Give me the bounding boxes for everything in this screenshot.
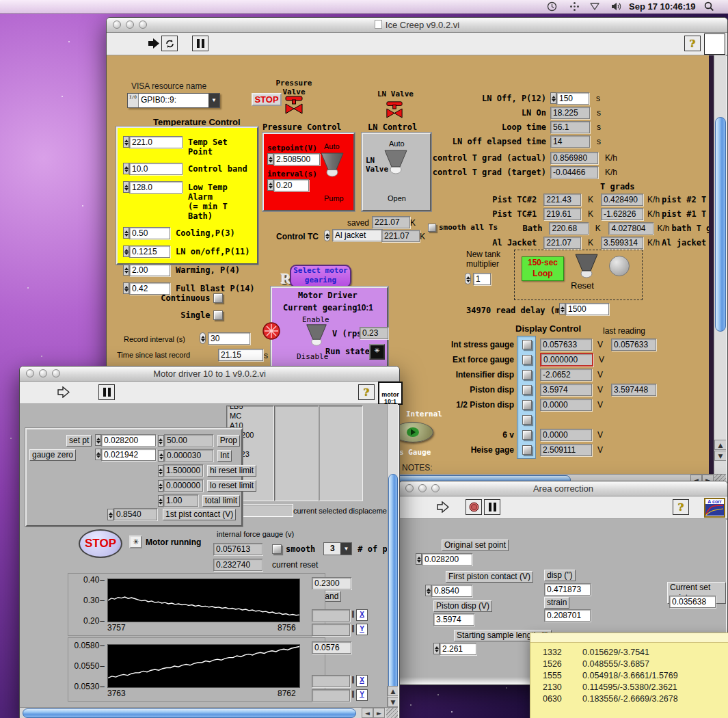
spinner[interactable]: [123, 136, 129, 148]
chevron-down-icon[interactable]: ▼: [340, 543, 351, 555]
spinner[interactable]: [123, 181, 129, 193]
menu-clock[interactable]: Sep 17 10:46:19: [629, 1, 696, 12]
record-interval-spinner[interactable]: [200, 332, 206, 344]
help-button[interactable]: ?: [684, 36, 701, 51]
record-interval-input[interactable]: 30: [208, 332, 250, 345]
graph1-xscale[interactable]: ‖X: [312, 609, 368, 622]
motor-vscrollbar[interactable]: ▲ ▼: [387, 404, 398, 708]
tank-spinner[interactable]: [465, 273, 471, 284]
pressure-valve-icon[interactable]: [283, 95, 305, 117]
pause-button[interactable]: [98, 384, 115, 400]
motor-running-toggle[interactable]: ✳: [129, 535, 142, 548]
spinner[interactable]: [123, 245, 129, 257]
timer-value[interactable]: 150: [556, 92, 589, 105]
help-button[interactable]: ?: [358, 384, 375, 400]
universal-access-icon[interactable]: [569, 1, 580, 12]
spinner[interactable]: [123, 227, 129, 239]
pid-value[interactable]: 0.000000: [163, 479, 203, 492]
smooth-toggle[interactable]: [272, 544, 282, 554]
motor-stop-button[interactable]: STOP: [79, 529, 122, 558]
temp-input[interactable]: 221.0: [129, 136, 183, 148]
abort-button[interactable]: [466, 499, 482, 515]
minimize-button[interactable]: [126, 21, 134, 29]
control-tc-selector[interactable]: Al jacket: [332, 229, 383, 241]
temp-input[interactable]: 0.50: [129, 227, 170, 239]
runstate-button[interactable]: ✳: [369, 344, 385, 360]
vi-icon-placeholder[interactable]: [704, 34, 725, 55]
close-button[interactable]: [26, 369, 34, 377]
sticky-note-titlebar[interactable]: [530, 633, 728, 643]
run-button[interactable]: [57, 386, 70, 401]
scroll-down-arrow[interactable]: ▼: [714, 451, 726, 461]
motor-hscrollbar[interactable]: ◄ ►: [20, 707, 398, 718]
visa-resource-combo[interactable]: I/O GPIB0::9: ▼: [127, 93, 220, 108]
setpoint-input[interactable]: 2.508500: [267, 153, 320, 165]
spotlight-icon[interactable]: [704, 1, 714, 12]
spinner[interactable]: [550, 92, 556, 104]
display-toggle[interactable]: [522, 445, 532, 455]
zoom-button[interactable]: [139, 21, 147, 29]
motor-title-bar[interactable]: Motor driver 10 to 1 v9.0.2.vi: [20, 367, 399, 382]
area-vi-icon[interactable]: A corr: [704, 498, 725, 518]
run-button[interactable]: [148, 38, 160, 52]
window-controls[interactable]: [113, 21, 147, 29]
y-scale-icon[interactable]: Y: [356, 689, 368, 701]
clock-icon[interactable]: [547, 1, 557, 12]
graph1-yscale[interactable]: ‖Y: [312, 624, 368, 636]
x-scale-icon[interactable]: X: [356, 675, 368, 687]
loop-150sec-button[interactable]: 150-sec Loop: [522, 256, 564, 281]
pid-value[interactable]: 0.000030: [164, 449, 213, 462]
y-scale-icon[interactable]: Y: [356, 624, 368, 635]
sticky-note[interactable]: 13320.015629/-3.754115260.048555/-3.6857…: [530, 633, 728, 718]
display-toggle[interactable]: [522, 355, 532, 364]
list-item[interactable]: LB5: [230, 405, 271, 411]
pause-button[interactable]: [192, 36, 208, 51]
airport-icon[interactable]: [589, 1, 600, 12]
motor-vi-icon[interactable]: motor 10:1: [378, 382, 403, 405]
listbox-3[interactable]: [319, 405, 363, 501]
motor-vscroll-thumb[interactable]: [388, 474, 398, 693]
sample-length-input[interactable]: 2.261: [433, 643, 476, 655]
volume-icon[interactable]: [610, 1, 621, 12]
num-pts-dropdown[interactable]: 3 ▼: [323, 542, 352, 555]
pause-button[interactable]: [484, 499, 500, 515]
pressure-mode-knob[interactable]: [319, 152, 346, 181]
x-scale-icon[interactable]: X: [356, 609, 368, 621]
display-toggle[interactable]: [522, 430, 532, 440]
spinner[interactable]: [158, 450, 164, 462]
reset-knob[interactable]: [572, 253, 601, 282]
motor-hscroll-thumb[interactable]: [23, 708, 356, 718]
display-toggle[interactable]: [522, 400, 532, 410]
record-continuous[interactable]: Continuous: [134, 291, 223, 304]
ice-title-bar[interactable]: Ice Creep v9.0.2.vi: [107, 18, 727, 33]
pid-value[interactable]: 50.00: [164, 434, 213, 447]
minimize-button[interactable]: [418, 484, 427, 492]
motor-enable-knob[interactable]: [304, 323, 329, 349]
read-delay-input[interactable]: 1500: [559, 303, 609, 315]
pid-value[interactable]: 1.500000: [163, 464, 203, 477]
run-continuous-button[interactable]: [161, 36, 178, 51]
ln-valve-icon[interactable]: [384, 101, 405, 121]
spinner[interactable]: [123, 163, 129, 174]
first-contact-input[interactable]: 0.85401st pist contact (V): [107, 508, 236, 520]
spinner[interactable]: [123, 264, 129, 276]
spinner[interactable]: [158, 435, 164, 447]
ice-vscroll-thumb[interactable]: [715, 117, 726, 332]
zoom-button[interactable]: [431, 484, 440, 492]
record-single[interactable]: Single: [134, 308, 223, 321]
interval-input[interactable]: 0.20: [267, 179, 309, 191]
close-button[interactable]: [113, 21, 121, 29]
run-button[interactable]: [437, 501, 449, 516]
help-button[interactable]: ?: [673, 499, 689, 515]
listbox-2[interactable]: [274, 405, 319, 501]
temp-input[interactable]: 2.00: [129, 264, 170, 276]
setpt-input[interactable]: 0.028200: [95, 434, 156, 447]
temp-input[interactable]: 10.0: [129, 163, 183, 175]
zoom-button[interactable]: [52, 369, 60, 377]
spinner[interactable]: [158, 495, 163, 507]
display-toggle[interactable]: [522, 340, 532, 349]
scroll-down-arrow[interactable]: ▼: [388, 697, 398, 707]
select-gearing-button[interactable]: Select motor gearing: [290, 265, 351, 288]
pid-value[interactable]: 1.00: [163, 494, 198, 507]
area-title-bar[interactable]: Area correction: [399, 481, 727, 496]
